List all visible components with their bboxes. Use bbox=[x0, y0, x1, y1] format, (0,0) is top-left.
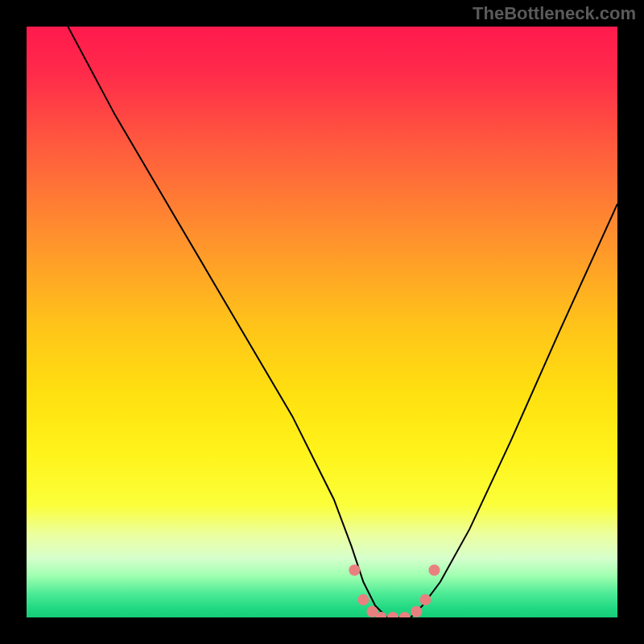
gradient-background bbox=[27, 27, 617, 617]
svg-rect-0 bbox=[27, 27, 617, 617]
plot-area bbox=[27, 27, 617, 617]
watermark-text: TheBottleneck.com bbox=[473, 3, 636, 24]
